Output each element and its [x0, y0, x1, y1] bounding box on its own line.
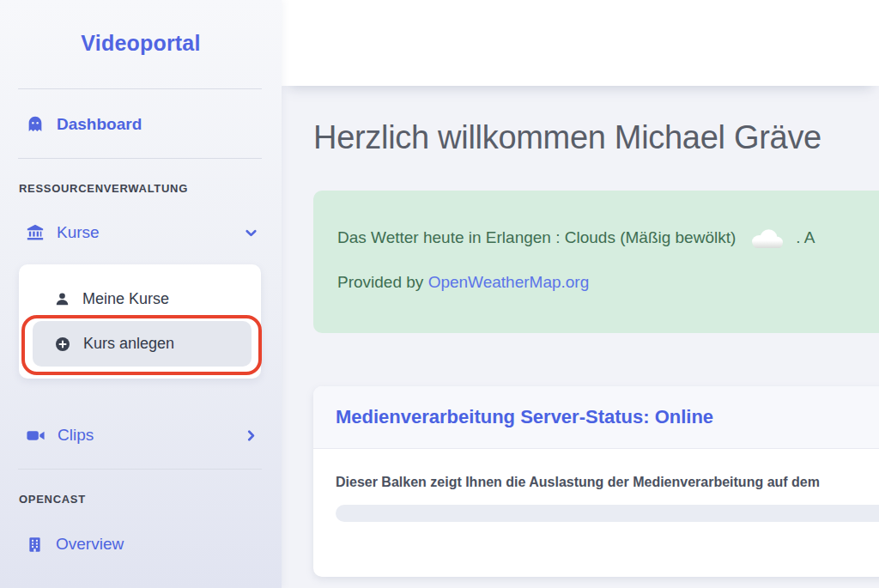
- section-header-resources: RESSOURCENVERWALTUNG: [19, 182, 188, 195]
- sidebar-item-dashboard[interactable]: Dashboard: [0, 107, 282, 142]
- university-icon: [26, 223, 45, 242]
- plus-circle-icon: [54, 336, 71, 353]
- cloud-icon: [748, 225, 787, 251]
- divider: [18, 88, 262, 89]
- card-body: Dieser Balken zeigt Ihnen die Auslastung…: [313, 449, 879, 522]
- server-status-title: Medienverarbeitung Server-Status: Online: [336, 406, 713, 428]
- weather-text-continued: . A: [796, 228, 815, 247]
- submenu-item-label: Meine Kurse: [82, 290, 169, 308]
- submenu-item-label: Kurs anlegen: [83, 335, 174, 353]
- section-header-opencast: OPENCAST: [19, 493, 86, 506]
- server-status-card: Medienverarbeitung Server-Status: Online…: [313, 386, 879, 577]
- weather-text: Das Wetter heute in Erlangen : Clouds (M…: [337, 228, 736, 247]
- app-logo[interactable]: Videoportal: [0, 31, 282, 56]
- page-title: Herzlich willkommen Michael Gräve: [313, 119, 821, 156]
- divider: [18, 469, 262, 470]
- chevron-down-icon[interactable]: [243, 225, 259, 241]
- load-description: Dieser Balken zeigt Ihnen die Auslastung…: [336, 475, 879, 490]
- sidebar-item-label: Overview: [56, 535, 124, 554]
- video-camera-icon: [26, 426, 45, 446]
- user-icon: [54, 291, 70, 307]
- sidebar-item-clips[interactable]: Clips: [0, 418, 282, 452]
- chevron-right-icon[interactable]: [243, 427, 259, 444]
- sidebar-item-label: Kurse: [57, 223, 100, 242]
- kurse-submenu: Meine Kurse Kurs anlegen: [19, 264, 261, 379]
- openweathermap-link[interactable]: OpenWeatherMap.org: [428, 273, 590, 291]
- submenu-item-kurs-anlegen[interactable]: Kurs anlegen: [33, 321, 252, 367]
- progress-bar: [336, 505, 879, 522]
- weather-alert: Das Wetter heute in Erlangen : Clouds (M…: [313, 191, 879, 333]
- ghost-icon: [26, 115, 45, 134]
- sidebar-item-label: Dashboard: [57, 115, 142, 134]
- provided-by-text: Provided by: [337, 273, 428, 291]
- main-area: Herzlich willkommen Michael Gräve Das We…: [282, 0, 879, 588]
- sidebar-item-label: Clips: [58, 426, 94, 445]
- divider: [18, 158, 262, 159]
- building-icon: [26, 536, 44, 554]
- sidebar-item-overview[interactable]: Overview: [0, 527, 282, 561]
- card-header: Medienverarbeitung Server-Status: Online: [313, 386, 879, 449]
- sidebar-item-kurse[interactable]: Kurse: [0, 215, 282, 250]
- submenu-item-meine-kurse[interactable]: Meine Kurse: [54, 282, 243, 316]
- sidebar: Videoportal Dashboard RESSOURCENVERWALTU…: [0, 0, 282, 588]
- topbar: [282, 0, 879, 86]
